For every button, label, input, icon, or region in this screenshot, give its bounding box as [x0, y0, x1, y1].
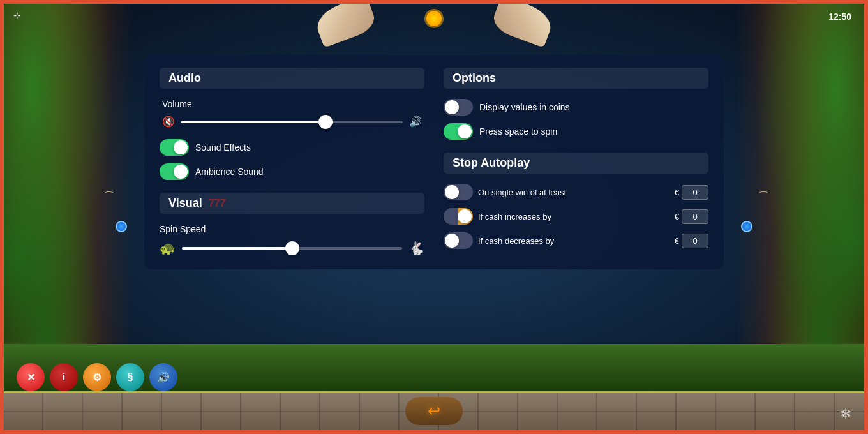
cash-decreases-label: If cash decreases by: [478, 236, 670, 246]
single-win-knob: [445, 185, 459, 199]
display-values-label: Display values in coins: [479, 102, 570, 112]
cash-increases-knob: [458, 209, 472, 223]
options-section-header: Options: [444, 68, 708, 89]
settings-panel: Audio Volume 🔇 🔊 Sound Effects: [144, 55, 724, 269]
cash-increases-label: If cash increases by: [478, 212, 670, 221]
game-frame: ⌒ ⌒ 12:50 ⊹ Audio Volume 🔇 🔊: [0, 0, 868, 434]
single-win-label: On single win of at least: [478, 188, 670, 197]
cash-decreases-toggle[interactable]: [444, 232, 473, 249]
cash-decreases-knob: [445, 234, 459, 248]
close-button[interactable]: ✕: [17, 363, 45, 391]
back-arrow-icon: ↩: [428, 402, 440, 420]
horn-left: ⌒: [103, 189, 116, 206]
options-section: Options Display values in coins Press sp…: [444, 68, 708, 140]
visual-section-header: Visual 777: [160, 193, 424, 214]
section-icon: §: [128, 371, 133, 383]
display-values-row: Display values in coins: [444, 99, 708, 116]
coin-ornament: [424, 9, 444, 28]
single-win-input-group: €: [675, 185, 708, 200]
autoplay-title: Stop Autoplay: [453, 156, 530, 169]
sound-icon: 🔊: [157, 371, 170, 384]
rabbit-icon: 🐇: [408, 241, 424, 256]
action-buttons: ✕ i ⚙ § 🔊: [17, 363, 177, 391]
single-win-toggle[interactable]: [444, 184, 473, 200]
visual-title: Visual: [168, 197, 202, 210]
sound-effects-knob: [174, 140, 188, 154]
stop-autoplay-section: Stop Autoplay On single win of at least …: [444, 153, 708, 249]
volume-slider-thumb[interactable]: [318, 115, 333, 129]
section-button[interactable]: §: [116, 363, 144, 391]
volume-row: 🔇 🔊: [160, 116, 424, 128]
volume-high-icon: 🔊: [409, 116, 422, 128]
options-title: Options: [453, 71, 496, 84]
single-win-input[interactable]: [682, 185, 708, 200]
info-icon: i: [63, 371, 65, 383]
back-button[interactable]: ↩: [405, 397, 463, 425]
cash-decreases-currency: €: [675, 236, 679, 246]
single-win-currency: €: [675, 188, 679, 197]
turtle-icon: 🐢: [160, 241, 176, 256]
snowflake-button[interactable]: ❄: [840, 406, 851, 423]
cash-increases-row: If cash increases by €: [444, 208, 708, 225]
press-space-label: Press space to spin: [479, 126, 557, 137]
volume-mute-icon: 🔇: [162, 116, 175, 128]
cash-increases-input-group: €: [675, 209, 708, 224]
sound-effects-label: Sound Effects: [195, 142, 251, 153]
left-column: Audio Volume 🔇 🔊 Sound Effects: [160, 68, 424, 257]
clock: 12:50: [828, 11, 851, 22]
ambience-sound-knob: [174, 165, 188, 179]
cash-decreases-input-group: €: [675, 234, 708, 248]
cash-decreases-input[interactable]: [682, 234, 708, 248]
audio-title: Audio: [168, 71, 201, 84]
sound-effects-row: Sound Effects: [160, 139, 424, 156]
sound-effects-toggle[interactable]: [160, 139, 189, 156]
audio-section-header: Audio: [160, 68, 424, 89]
cash-increases-currency: €: [675, 212, 679, 221]
horn-right: ⌒: [757, 189, 770, 206]
close-icon: ✕: [27, 371, 35, 384]
cash-increases-toggle[interactable]: [444, 208, 473, 225]
sound-button[interactable]: 🔊: [149, 363, 177, 391]
ambience-sound-label: Ambience Sound: [195, 167, 264, 177]
press-space-toggle[interactable]: [444, 123, 473, 140]
settings-icon: ⚙: [93, 371, 101, 384]
visual-777-icon: 777: [209, 198, 226, 209]
press-space-knob: [458, 124, 472, 138]
display-values-toggle[interactable]: [444, 99, 473, 116]
right-column: Options Display values in coins Press sp…: [444, 68, 708, 257]
autoplay-section-header: Stop Autoplay: [444, 153, 708, 174]
spin-speed-row: 🐢 🐇: [160, 241, 424, 256]
volume-slider-track[interactable]: [181, 121, 403, 123]
cash-decreases-row: If cash decreases by €: [444, 232, 708, 249]
settings-button[interactable]: ⚙: [83, 363, 111, 391]
resize-icon[interactable]: ⊹: [13, 10, 21, 20]
press-space-row: Press space to spin: [444, 123, 708, 140]
speed-slider-thumb[interactable]: [285, 241, 299, 255]
gem-left: [116, 221, 127, 232]
bottom-bar: ✕ i ⚙ § 🔊: [4, 361, 864, 393]
ambience-sound-row: Ambience Sound: [160, 163, 424, 180]
display-values-knob: [445, 100, 459, 114]
back-button-wrap: ↩: [405, 397, 463, 425]
volume-label: Volume: [160, 99, 424, 109]
cash-increases-input[interactable]: [682, 209, 708, 224]
spin-speed-label: Spin Speed: [160, 224, 424, 234]
single-win-row: On single win of at least €: [444, 184, 708, 200]
ambience-sound-toggle[interactable]: [160, 163, 189, 180]
info-button[interactable]: i: [50, 363, 78, 391]
speed-slider-track[interactable]: [182, 247, 402, 250]
gem-right: [741, 221, 752, 232]
